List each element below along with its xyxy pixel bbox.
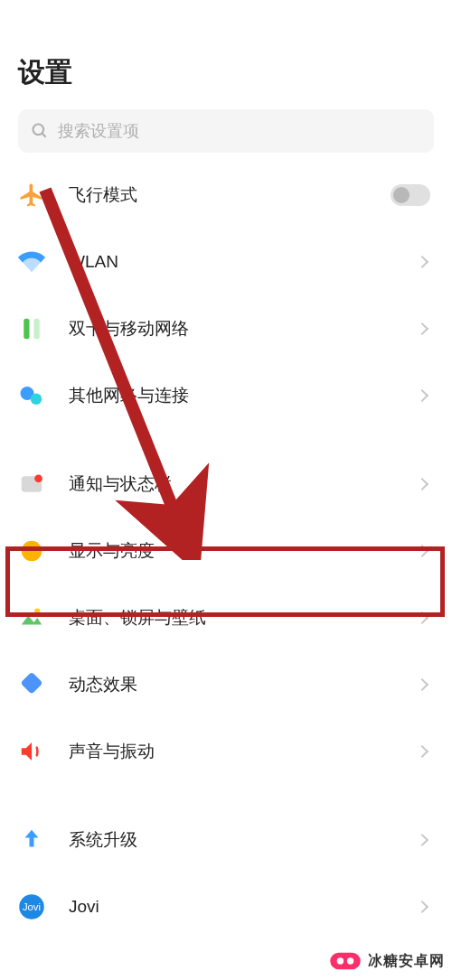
chevron-right-icon (416, 256, 428, 268)
svg-rect-11 (21, 672, 43, 695)
svg-point-8 (22, 541, 42, 562)
chevron-right-icon (416, 389, 428, 402)
row-label: 动态效果 (69, 673, 418, 696)
row-label: 声音与振动 (69, 740, 418, 763)
wifi-icon (18, 248, 45, 275)
search-input[interactable]: 搜索设置项 (18, 109, 434, 153)
svg-point-16 (337, 957, 344, 964)
status-bar (0, 0, 452, 27)
chevron-right-icon (416, 611, 428, 624)
watermark: 冰糖安卓网 (328, 949, 445, 973)
sound-icon (18, 738, 45, 765)
svg-point-17 (347, 957, 353, 964)
svg-rect-3 (34, 319, 40, 340)
effects-icon (18, 671, 45, 698)
watermark-logo-icon (328, 949, 363, 973)
update-icon (18, 826, 45, 854)
row-airplane-mode[interactable]: 飞行模式 (0, 162, 452, 229)
chevron-right-icon (416, 322, 428, 335)
row-sim-network[interactable]: 双卡与移动网络 (0, 295, 452, 362)
row-label: 显示与亮度 (69, 539, 418, 563)
row-jovi[interactable]: Jovi Jovi (0, 873, 452, 940)
chevron-right-icon (416, 678, 428, 691)
wallpaper-icon (18, 604, 45, 631)
svg-point-9 (34, 608, 40, 613)
group-divider (0, 429, 452, 451)
links-icon (18, 382, 45, 409)
row-wlan[interactable]: WLAN (0, 229, 452, 295)
notification-icon (18, 471, 45, 498)
row-label: 其他网络与连接 (69, 384, 418, 407)
search-icon (31, 122, 49, 140)
row-label: 双卡与移动网络 (69, 317, 418, 341)
row-label: 通知与状态栏 (69, 472, 418, 496)
row-wallpaper[interactable]: 桌面、锁屏与壁纸 (0, 584, 452, 651)
chevron-right-icon (416, 901, 428, 913)
watermark-text: 冰糖安卓网 (368, 952, 445, 971)
svg-text:Jovi: Jovi (23, 901, 41, 912)
chevron-right-icon (416, 478, 428, 490)
row-label: 系统升级 (69, 828, 418, 852)
svg-line-1 (42, 134, 46, 137)
row-effects[interactable]: 动态效果 (0, 651, 452, 718)
jovi-icon: Jovi (18, 893, 45, 920)
row-other-network[interactable]: 其他网络与连接 (0, 362, 452, 429)
svg-rect-2 (24, 319, 29, 340)
row-label: 桌面、锁屏与壁纸 (69, 606, 418, 630)
brightness-icon (18, 537, 45, 565)
chevron-right-icon (416, 745, 428, 758)
svg-rect-15 (330, 953, 360, 970)
group-divider (0, 785, 452, 807)
search-placeholder: 搜索设置项 (58, 120, 139, 142)
svg-point-7 (34, 474, 42, 482)
page-title: 设置 (0, 27, 452, 109)
settings-list: 飞行模式 WLAN 双卡与移动网络 其他网络与连接 通知与状态栏 (0, 162, 452, 940)
sim-icon (18, 315, 45, 342)
row-display-brightness[interactable]: 显示与亮度 (0, 518, 452, 584)
chevron-right-icon (416, 545, 428, 557)
airplane-toggle[interactable] (391, 184, 430, 206)
row-label: WLAN (69, 252, 418, 272)
svg-point-0 (33, 125, 44, 135)
chevron-right-icon (416, 834, 428, 846)
row-label: Jovi (69, 897, 418, 917)
row-system-update[interactable]: 系统升级 (0, 807, 452, 873)
row-label: 飞行模式 (69, 183, 391, 207)
airplane-icon (18, 182, 45, 209)
svg-point-5 (31, 394, 42, 406)
row-notifications[interactable]: 通知与状态栏 (0, 451, 452, 518)
row-sound[interactable]: 声音与振动 (0, 718, 452, 785)
